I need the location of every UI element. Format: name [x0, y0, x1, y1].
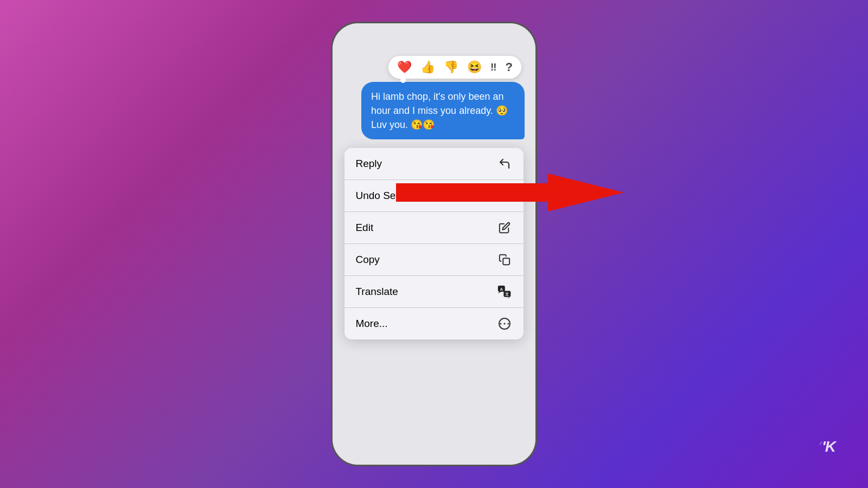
svg-marker-0	[396, 174, 624, 211]
svg-point-10	[507, 323, 509, 325]
copy-icon	[496, 252, 513, 268]
menu-item-copy[interactable]: Copy	[344, 244, 523, 276]
reaction-haha[interactable]: 😆	[467, 60, 482, 74]
edit-icon	[496, 220, 513, 236]
svg-point-9	[503, 323, 505, 325]
menu-item-translate[interactable]: Translate A 文	[344, 276, 523, 308]
menu-more-label: More...	[355, 318, 387, 330]
knowtechie-logo: ·''K	[819, 438, 835, 455]
reaction-thumbsup[interactable]: 👍	[420, 60, 435, 74]
reply-icon	[496, 156, 513, 172]
svg-text:A: A	[500, 287, 503, 292]
menu-item-more[interactable]: More...	[344, 308, 523, 339]
svg-text:文: 文	[505, 292, 509, 297]
svg-point-8	[500, 323, 501, 325]
reaction-question[interactable]: ?	[506, 60, 513, 74]
svg-rect-1	[503, 259, 509, 265]
reaction-bar: ❤️ 👍 👎 😆 ‼️ ?	[388, 56, 521, 79]
more-icon	[496, 316, 513, 332]
translate-icon: A 文	[496, 284, 513, 300]
reaction-thumbsdown[interactable]: 👎	[444, 60, 458, 74]
red-arrow	[396, 174, 624, 211]
menu-edit-label: Edit	[355, 222, 373, 234]
message-area: ❤️ 👍 👎 😆 ‼️ ? Hi lamb chop, it's only be…	[333, 50, 535, 148]
menu-translate-label: Translate	[355, 286, 398, 298]
menu-copy-label: Copy	[355, 254, 379, 266]
reaction-heart[interactable]: ❤️	[397, 60, 412, 74]
phone-frame: ❤️ 👍 👎 😆 ‼️ ? Hi lamb chop, it's only be…	[331, 22, 537, 466]
message-bubble: Hi lamb chop, it's only been an hour and…	[361, 82, 525, 139]
phone-screen: ❤️ 👍 👎 😆 ‼️ ? Hi lamb chop, it's only be…	[333, 23, 535, 465]
menu-item-edit[interactable]: Edit	[344, 212, 523, 244]
bubble-text: Hi lamb chop, it's only been an hour and…	[371, 91, 508, 130]
logo-dots: ·'	[819, 441, 821, 447]
reaction-exclaim[interactable]: ‼️	[490, 61, 496, 73]
logo-k: 'K	[822, 438, 835, 455]
status-bar	[333, 23, 535, 50]
svg-marker-7	[507, 297, 510, 299]
svg-marker-4	[497, 292, 501, 293]
menu-reply-label: Reply	[355, 158, 382, 170]
